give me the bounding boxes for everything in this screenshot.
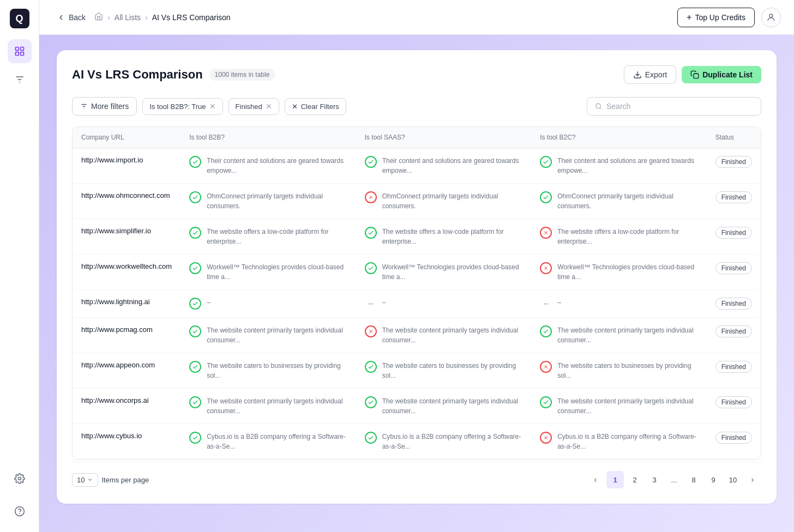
search-box[interactable]: [587, 97, 761, 116]
sidebar-item-settings[interactable]: [8, 467, 32, 491]
sidebar-item-help[interactable]: [8, 499, 32, 523]
status-badge: Finished: [715, 191, 752, 203]
status-badge: Finished: [715, 361, 752, 373]
table-cell: OhmConnect primarily targets individual …: [356, 184, 531, 219]
table-cell: –: [181, 290, 356, 318]
check-icon: [189, 262, 201, 274]
status-cell: Finished: [707, 353, 761, 389]
topbar-actions: + Top Up Credits: [677, 8, 781, 27]
per-page-select[interactable]: 10: [72, 473, 98, 487]
per-page-section: 10 Items per page: [72, 473, 149, 487]
check-icon: [189, 361, 201, 373]
filter-b2b-tag[interactable]: Is tool B2B?: True ✕: [142, 98, 222, 115]
page-3-button[interactable]: 3: [646, 471, 663, 488]
status-cell: Finished: [707, 255, 761, 290]
table-cell: Workwell™ Technologies provides cloud-ba…: [181, 255, 356, 290]
filter-finished-tag[interactable]: Finished ✕: [228, 98, 279, 115]
check-icon: [189, 227, 201, 239]
table-cell: The website caters to businesses by prov…: [531, 353, 706, 389]
table-cell: Workwell™ Technologies provides cloud-ba…: [531, 255, 706, 290]
page-10-button[interactable]: 10: [724, 471, 742, 488]
svg-rect-1: [20, 47, 23, 51]
breadcrumb-all-lists[interactable]: All Lists: [115, 13, 141, 22]
next-page-button[interactable]: ›: [744, 471, 761, 488]
check-icon: [189, 432, 201, 444]
more-filters-button[interactable]: More filters: [72, 97, 137, 116]
table-cell: The website caters to businesses by prov…: [356, 353, 531, 389]
svg-point-16: [596, 104, 601, 108]
home-icon: [94, 12, 103, 22]
check-icon: [540, 325, 552, 337]
chevron-down-icon: [87, 476, 93, 483]
page-ellipsis: ...: [665, 471, 683, 488]
table-row: http://www.pcmag.com The website content…: [73, 318, 761, 353]
check-icon: [540, 396, 552, 408]
plus-icon: +: [687, 13, 691, 22]
table-cell: OhmConnect primarily targets individual …: [181, 184, 356, 219]
data-table: Company URL Is tool B2B? Is tool SAAS? I…: [72, 126, 761, 460]
top-up-credits-button[interactable]: + Top Up Credits: [677, 8, 755, 27]
sidebar: Q: [0, 0, 39, 532]
svg-rect-0: [15, 47, 19, 51]
x-icon: [540, 227, 552, 239]
sidebar-item-filter[interactable]: [8, 68, 32, 92]
table-row: http://www.import.io Their content and s…: [73, 148, 761, 184]
back-button[interactable]: Back: [52, 10, 90, 25]
clear-icon: ✕: [292, 102, 298, 111]
app-logo: Q: [10, 9, 29, 28]
status-badge: Finished: [715, 227, 752, 239]
header-actions: Export Duplicate List: [624, 65, 761, 84]
breadcrumb-sep-1: ›: [107, 13, 110, 22]
export-label: Export: [645, 70, 667, 79]
check-icon: [189, 298, 201, 310]
company-url-cell: http://www.ohmconnect.com: [73, 184, 181, 219]
page-card: AI Vs LRS Comparison 1000 items in table…: [57, 50, 777, 504]
status-badge: Finished: [715, 262, 752, 274]
page-title: AI Vs LRS Comparison: [72, 68, 203, 82]
search-icon: [595, 102, 602, 110]
col-b2b: Is tool B2B?: [181, 127, 356, 148]
svg-rect-12: [694, 74, 699, 78]
user-avatar[interactable]: [761, 8, 781, 27]
filter-b2b-remove[interactable]: ✕: [209, 102, 216, 110]
table-cell: Their content and solutions are geared t…: [356, 148, 531, 184]
status-cell: Finished: [707, 148, 761, 184]
filter-finished-remove[interactable]: ✕: [266, 102, 272, 110]
table-cell: The website content primarily targets in…: [356, 318, 531, 353]
search-input[interactable]: [606, 102, 753, 111]
top-up-label: Top Up Credits: [695, 13, 745, 22]
page-2-button[interactable]: 2: [626, 471, 643, 488]
check-icon: [365, 156, 377, 168]
check-icon: [540, 156, 552, 168]
x-icon: [540, 262, 552, 274]
svg-rect-2: [15, 52, 19, 56]
status-cell: Finished: [707, 184, 761, 219]
table-cell: The website offers a low-code platform f…: [356, 219, 531, 255]
company-url-cell: http://www.appeon.com: [73, 353, 181, 389]
svg-rect-3: [20, 52, 23, 56]
table-row: http://www.lightning.ai – – –: [73, 290, 761, 318]
clear-filters-button[interactable]: ✕ Clear Filters: [285, 98, 346, 115]
status-cell: Finished: [707, 318, 761, 353]
status-badge: Finished: [715, 432, 752, 444]
duplicate-list-button[interactable]: Duplicate List: [682, 66, 761, 83]
more-filters-label: More filters: [91, 102, 129, 111]
page-1-button[interactable]: 1: [606, 471, 624, 488]
x-icon: [540, 361, 552, 373]
table-cell: Cybus.io is a B2B company offering a Sof…: [181, 424, 356, 460]
x-icon: [365, 191, 377, 203]
check-icon: [365, 262, 377, 274]
page-9-button[interactable]: 9: [705, 471, 722, 488]
sidebar-item-grid[interactable]: [8, 39, 32, 63]
breadcrumb-current: AI Vs LRS Comparison: [152, 13, 231, 22]
status-cell: Finished: [707, 219, 761, 255]
status-cell: Finished: [707, 424, 761, 460]
page-8-button[interactable]: 8: [685, 471, 702, 488]
check-icon: [365, 396, 377, 408]
prev-page-button[interactable]: ‹: [587, 471, 604, 488]
export-button[interactable]: Export: [624, 65, 676, 84]
breadcrumb-nav: Back › All Lists › AI Vs LRS Comparison: [52, 10, 671, 25]
items-per-page-label: Items per page: [101, 476, 149, 484]
page-title-section: AI Vs LRS Comparison 1000 items in table: [72, 68, 275, 82]
topbar: Back › All Lists › AI Vs LRS Comparison …: [39, 0, 794, 35]
